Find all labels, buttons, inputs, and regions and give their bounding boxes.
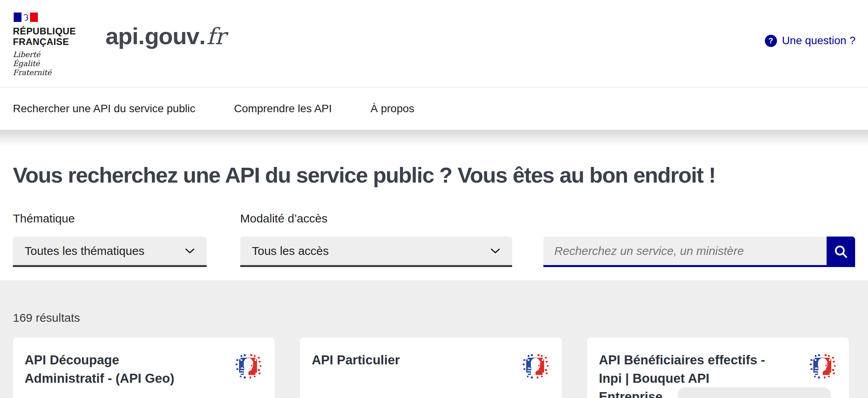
chevron-down-icon xyxy=(490,248,500,254)
devise: Liberté Égalité Fraternité xyxy=(13,50,76,77)
results-section: 169 résultats API Découpage Administrati… xyxy=(0,280,868,398)
nav-item-a-propos[interactable]: À propos xyxy=(371,102,414,115)
hero-section: Vous recherchez une API du service publi… xyxy=(0,130,868,280)
results-count: 169 résultats xyxy=(13,311,855,325)
search-icon xyxy=(834,244,848,259)
search-input[interactable] xyxy=(543,237,827,267)
acces-label: Modalité d’accès xyxy=(240,212,512,226)
thematique-label: Thématique xyxy=(13,212,207,226)
search-button[interactable] xyxy=(827,237,855,267)
nav-item-comprendre-api[interactable]: Comprendre les API xyxy=(234,102,332,115)
main-nav: Rechercher une API du service public Com… xyxy=(0,87,868,130)
acces-selected-value: Tous les accès xyxy=(252,244,329,258)
api-card-decoupage-administratif[interactable]: API Découpage Administratif - (API Geo) xyxy=(13,337,275,398)
nav-item-rechercher-api[interactable]: Rechercher une API du service public xyxy=(13,102,195,115)
nav-shadow xyxy=(0,130,868,146)
help-link-label: Une question ? xyxy=(782,34,855,47)
help-question-link[interactable]: ? Une question ? xyxy=(765,34,855,47)
page-title: Vous recherchez une API du service publi… xyxy=(13,162,855,188)
search-bar xyxy=(543,237,855,267)
republique-francaise-logo: RÉPUBLIQUE FRANÇAISE Liberté Égalité Fra… xyxy=(13,13,76,77)
filters-row: Thématique Toutes les thématiques Modali… xyxy=(13,212,855,267)
api-card-beneficiaires-effectifs[interactable]: API Bénéficiaires effectifs - Inpi | Bou… xyxy=(587,337,849,398)
marianne-pixel-logo xyxy=(520,351,550,382)
api-card-particulier[interactable]: API Particulier xyxy=(300,337,562,398)
question-mark-icon: ? xyxy=(765,35,777,47)
api-gouv-fr-logo[interactable]: api.gouv.fr xyxy=(105,23,226,50)
marianne-pixel-logo xyxy=(807,351,837,382)
thematique-select[interactable]: Toutes les thématiques xyxy=(13,237,207,267)
french-flag-icon xyxy=(14,13,38,22)
chevron-down-icon xyxy=(185,248,195,254)
site-header: RÉPUBLIQUE FRANÇAISE Liberté Égalité Fra… xyxy=(0,0,868,87)
card-title: API Découpage Administratif - (API Geo) xyxy=(25,351,220,387)
tooltip xyxy=(678,387,831,398)
thematique-selected-value: Toutes les thématiques xyxy=(25,244,145,258)
results-cards: API Découpage Administratif - (API Geo) xyxy=(13,337,855,398)
republique-wordmark: RÉPUBLIQUE FRANÇAISE xyxy=(13,26,76,47)
card-title: API Particulier xyxy=(312,351,507,369)
acces-select[interactable]: Tous les accès xyxy=(240,237,512,267)
marianne-pixel-logo xyxy=(233,351,263,382)
